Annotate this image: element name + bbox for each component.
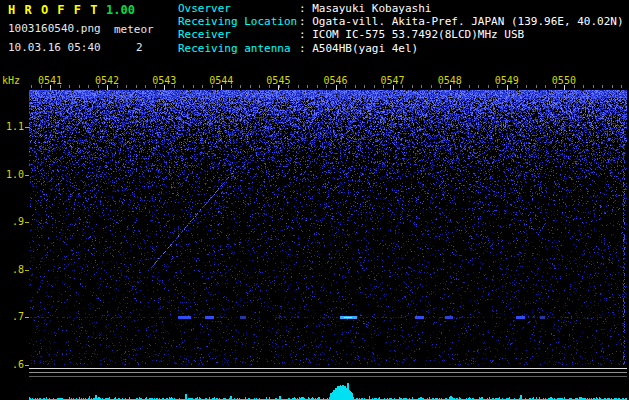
long-echo-line bbox=[29, 372, 627, 373]
app-version: 1.00 bbox=[106, 3, 135, 17]
mode-label: meteor bbox=[114, 23, 154, 36]
station-info-value: : ICOM IC-575 53.7492(8LCD)MHz USB bbox=[299, 28, 524, 41]
station-info-row: Ovserver: Masayuki Kobayashi bbox=[178, 2, 624, 15]
freq-label: .8 bbox=[0, 264, 24, 275]
station-info-label: Ovserver bbox=[178, 2, 299, 15]
freq-axis-unit: kHz bbox=[2, 75, 20, 86]
amplitude-canvas bbox=[29, 381, 627, 400]
observation-datetime: 10.03.16 05:40 bbox=[8, 41, 101, 54]
station-info-label: Receiver bbox=[178, 28, 299, 41]
station-info-label: Receiving Location bbox=[178, 15, 299, 28]
freq-label: .7 bbox=[0, 311, 24, 322]
freq-label: 1.0 bbox=[0, 169, 24, 180]
station-info-value: : A504HB(yagi 4el) bbox=[299, 42, 418, 55]
station-info: Ovserver: Masayuki KobayashiReceiving Lo… bbox=[178, 2, 624, 55]
station-info-row: Receiving Location: Ogata-vill. Akita-Pr… bbox=[178, 15, 624, 28]
station-info-value: : Ogata-vill. Akita-Pref. JAPAN (139.96E… bbox=[299, 15, 624, 28]
station-info-label: Receiving antenna bbox=[178, 42, 299, 55]
station-info-row: Receiver: ICOM IC-575 53.7492(8LCD)MHz U… bbox=[178, 28, 624, 41]
station-info-value: : Masayuki Kobayashi bbox=[299, 2, 431, 15]
long-echo-line bbox=[29, 368, 627, 369]
freq-label: 1.1 bbox=[0, 121, 24, 132]
freq-label: .9 bbox=[0, 216, 24, 227]
echo-count: 2 bbox=[136, 41, 143, 54]
output-filename: 1003160540.png bbox=[8, 22, 101, 35]
freq-label: .6 bbox=[0, 359, 24, 370]
long-echo-line bbox=[29, 376, 627, 377]
hrofft-output: H R O F F T 1.00 1003160540.png meteor 1… bbox=[0, 0, 629, 400]
app-title: H R O F F T bbox=[8, 3, 98, 17]
long-echo-strip bbox=[29, 366, 627, 381]
spectrogram-canvas bbox=[29, 85, 627, 365]
station-info-row: Receiving antenna: A504HB(yagi 4el) bbox=[178, 42, 624, 55]
